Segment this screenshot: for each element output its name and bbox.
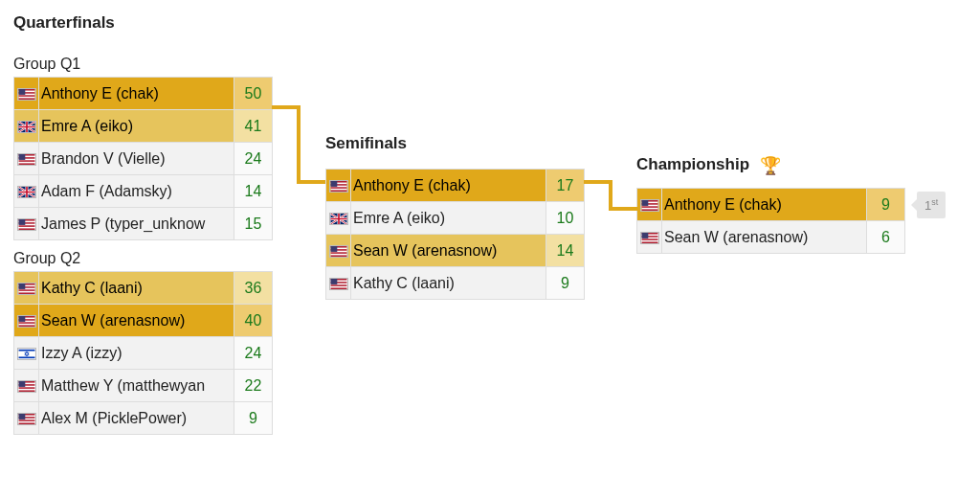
player-score: 50 <box>234 78 273 110</box>
table-row: Anthony E (chak)17 <box>326 170 585 202</box>
flag-cell <box>326 267 351 300</box>
table-row: Sean W (arenasnow)40 <box>14 305 273 337</box>
flag-cell <box>326 202 351 235</box>
championship-title: Championship 🏆 <box>636 155 924 176</box>
player-name: Kathy C (laani) <box>39 272 234 305</box>
table-row: Sean W (arenasnow)14 <box>326 235 585 267</box>
table-row: Matthew Y (matthewyan22 <box>14 370 273 402</box>
quarterfinals-stage: Quarterfinals Group Q1 Anthony E (chak)5… <box>13 13 281 435</box>
semifinals-stage: Semifinals Anthony E (chak)17Emre A (eik… <box>325 134 593 300</box>
player-name: Emre A (eiko) <box>351 202 546 235</box>
player-score: 15 <box>234 208 273 240</box>
player-name: Alex M (PicklePower) <box>39 402 234 435</box>
flag-cell <box>326 170 351 202</box>
player-score: 36 <box>234 272 273 305</box>
trophy-icon: 🏆 <box>760 155 781 176</box>
flag-cell <box>14 370 39 402</box>
table-row: Alex M (PicklePower)9 <box>14 402 273 435</box>
player-name: Anthony E (chak) <box>662 189 867 221</box>
group-q1-title: Group Q1 <box>13 56 281 73</box>
player-score: 9 <box>546 267 585 300</box>
semifinals-table: Anthony E (chak)17Emre A (eiko)10Sean W … <box>325 169 585 300</box>
player-score: 24 <box>234 143 273 175</box>
table-row: Kathy C (laani)36 <box>14 272 273 305</box>
table-row: Anthony E (chak)9 <box>637 189 905 221</box>
flag-cell <box>637 189 662 221</box>
player-name: Sean W (arenasnow) <box>39 305 234 337</box>
player-name: Adam F (Adamsky) <box>39 175 234 208</box>
table-row: Brandon V (Vielle)24 <box>14 143 273 175</box>
table-row: Izzy A (izzy)24 <box>14 337 273 370</box>
flag-cell <box>14 78 39 110</box>
connector <box>297 180 325 184</box>
flag-cell <box>14 110 39 143</box>
group-q1-table: Anthony E (chak)50Emre A (eiko)41Brandon… <box>13 77 273 240</box>
semifinals-title: Semifinals <box>325 134 593 153</box>
flag-cell <box>14 208 39 240</box>
player-name: Kathy C (laani) <box>351 267 546 300</box>
player-score: 14 <box>546 235 585 267</box>
flag-cell <box>326 235 351 267</box>
player-score: 9 <box>867 189 905 221</box>
player-score: 14 <box>234 175 273 208</box>
player-score: 10 <box>546 202 585 235</box>
flag-cell <box>14 143 39 175</box>
table-row: Emre A (eiko)41 <box>14 110 273 143</box>
table-row: Kathy C (laani)9 <box>326 267 585 300</box>
flag-cell <box>14 305 39 337</box>
flag-cell <box>637 221 662 254</box>
connector <box>297 105 301 184</box>
player-name: Izzy A (izzy) <box>39 337 234 370</box>
group-q2-table: Kathy C (laani)36Sean W (arenasnow)40Izz… <box>13 271 273 435</box>
player-name: Anthony E (chak) <box>351 170 546 202</box>
table-row: James P (typer_unknow15 <box>14 208 273 240</box>
flag-cell <box>14 337 39 370</box>
player-name: Sean W (arenasnow) <box>662 221 867 254</box>
quarterfinals-title: Quarterfinals <box>13 13 281 33</box>
player-score: 24 <box>234 337 273 370</box>
flag-cell <box>14 402 39 435</box>
player-name: Brandon V (Vielle) <box>39 143 234 175</box>
player-score: 17 <box>546 170 585 202</box>
player-name: Emre A (eiko) <box>39 110 234 143</box>
player-name: Anthony E (chak) <box>39 78 234 110</box>
player-name: Sean W (arenasnow) <box>351 235 546 267</box>
player-score: 22 <box>234 370 273 402</box>
player-name: James P (typer_unknow <box>39 208 234 240</box>
championship-table: Anthony E (chak)9Sean W (arenasnow)6 <box>636 188 905 254</box>
championship-stage: Championship 🏆 Anthony E (chak)9Sean W (… <box>636 155 924 254</box>
player-name: Matthew Y (matthewyan <box>39 370 234 402</box>
player-score: 41 <box>234 110 273 143</box>
player-score: 9 <box>234 402 273 435</box>
championship-title-text: Championship <box>636 155 749 173</box>
connector <box>609 207 637 211</box>
placement-suffix: st <box>931 197 938 207</box>
player-score: 40 <box>234 305 273 337</box>
table-row: Adam F (Adamsky)14 <box>14 175 273 208</box>
player-score: 6 <box>867 221 905 254</box>
table-row: Sean W (arenasnow)6 <box>637 221 905 254</box>
table-row: Anthony E (chak)50 <box>14 78 273 110</box>
table-row: Emre A (eiko)10 <box>326 202 585 235</box>
group-q2-title: Group Q2 <box>13 250 281 267</box>
placement-badge: 1st <box>917 192 946 218</box>
flag-cell <box>14 175 39 208</box>
flag-cell <box>14 272 39 305</box>
